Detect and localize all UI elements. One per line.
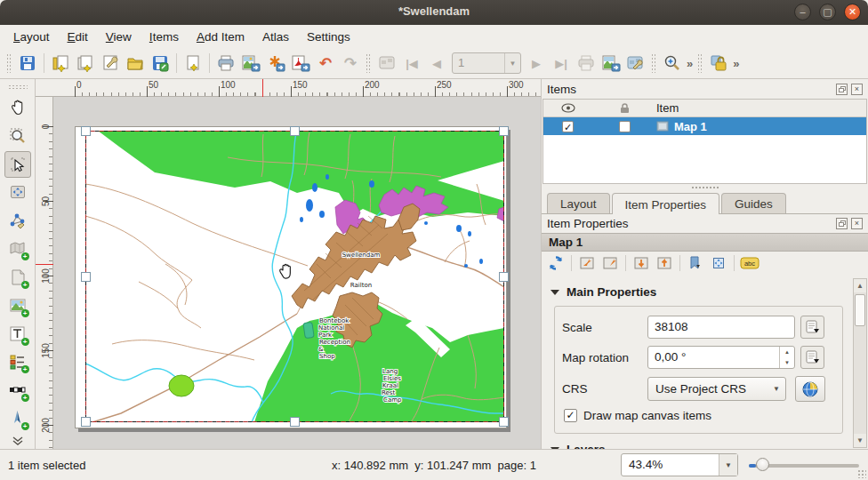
zoom-in-button[interactable]	[660, 51, 685, 76]
set-canvas-to-scale-button[interactable]	[654, 253, 675, 273]
lock-checkbox[interactable]	[619, 121, 631, 132]
crs-combo[interactable]: Use Project CRS ▼	[647, 377, 786, 401]
atlas-prev-button[interactable]: ◀	[424, 51, 449, 76]
tab-item-properties[interactable]: Item Properties	[612, 193, 720, 214]
add-picture-tool[interactable]: +	[4, 292, 31, 319]
resize-handle[interactable]	[499, 272, 509, 282]
close-panel-icon[interactable]: ×	[851, 84, 863, 95]
draw-canvas-items-row[interactable]: ✓ Draw map canvas items	[564, 409, 835, 422]
move-item-content-tool[interactable]	[4, 180, 31, 206]
toolbar-handle[interactable]	[366, 53, 372, 73]
undock-icon[interactable]	[836, 218, 848, 229]
zoom-toolbar-overflow[interactable]: »	[685, 57, 695, 70]
panel-splitter[interactable]	[542, 184, 868, 191]
menu-add-item[interactable]: Add Item	[189, 28, 253, 46]
layers-section-header[interactable]: Layers	[542, 434, 852, 449]
resize-handle[interactable]	[81, 272, 91, 282]
visibility-checkbox[interactable]: ✓	[562, 121, 574, 132]
layout-page[interactable]: Swellendam Railton Bontebok National Par…	[75, 126, 507, 428]
close-panel-icon[interactable]: ×	[851, 218, 863, 229]
interactive-extent-button[interactable]	[708, 253, 729, 273]
menu-edit[interactable]: Edit	[60, 28, 96, 46]
map-rotation-spinbox[interactable]: 0,00 ° ▲▼	[647, 346, 795, 369]
items-row-map1[interactable]: ✓ Map 1	[543, 117, 866, 135]
zoom-tool[interactable]	[4, 123, 31, 149]
add-label-tool[interactable]: +	[4, 321, 31, 348]
scroll-down-icon[interactable]: ▼	[854, 434, 866, 447]
zoom-level-combo[interactable]: 43.4% ▼	[621, 453, 738, 476]
save-button[interactable]	[15, 51, 40, 76]
refresh-button[interactable]	[545, 253, 567, 273]
lock-toolbar-overflow[interactable]: »	[731, 57, 741, 70]
save-as-template-button[interactable]	[148, 51, 173, 76]
add-scalebar-tool[interactable]: +	[4, 377, 31, 404]
toolbar-handle[interactable]	[651, 53, 657, 73]
view-extent-in-canvas-button[interactable]	[599, 253, 621, 273]
duplicate-layout-button[interactable]	[73, 51, 98, 76]
atlas-first-button[interactable]: |◀	[399, 51, 424, 76]
resize-handle[interactable]	[290, 417, 300, 427]
scale-data-defined-button[interactable]	[800, 316, 824, 339]
resize-handle[interactable]	[499, 126, 509, 136]
print-atlas-button[interactable]	[574, 51, 599, 76]
resize-grip[interactable]	[857, 469, 866, 478]
resize-handle[interactable]	[81, 417, 91, 427]
tab-guides[interactable]: Guides	[721, 193, 786, 213]
toolbar-handle[interactable]	[8, 84, 28, 90]
undock-icon[interactable]	[836, 84, 848, 95]
lock-items-button[interactable]	[706, 51, 731, 76]
main-properties-header[interactable]: Main Properties	[542, 276, 852, 304]
properties-scrollbar[interactable]: ▲ ▼	[853, 278, 867, 448]
minimize-button[interactable]: –	[794, 4, 811, 20]
export-image-button[interactable]	[238, 51, 263, 76]
map-item[interactable]: Swellendam Railton Bontebok National Par…	[85, 131, 504, 422]
more-tools-button[interactable]	[4, 434, 31, 448]
add-map-tool[interactable]: +	[4, 236, 31, 262]
new-layout-button[interactable]	[48, 51, 73, 76]
toolbar-handle[interactable]	[697, 53, 703, 73]
add-3d-map-tool[interactable]: +	[4, 264, 31, 291]
redo-button[interactable]: ↷	[338, 51, 363, 76]
export-pdf-button[interactable]	[288, 51, 313, 76]
bookmark-button[interactable]	[685, 253, 706, 273]
spin-down-icon[interactable]: ▼	[780, 357, 794, 368]
toolbar-handle[interactable]	[6, 53, 12, 73]
titlebar[interactable]: *Swellendam – ▢ ✕	[0, 0, 868, 25]
menu-atlas[interactable]: Atlas	[254, 28, 297, 46]
export-atlas-button[interactable]	[599, 51, 623, 76]
resize-handle[interactable]	[499, 417, 509, 427]
spin-up-icon[interactable]: ▲	[780, 347, 794, 357]
select-crs-button[interactable]	[795, 376, 825, 402]
atlas-next-button[interactable]: ▶	[524, 51, 549, 76]
set-scale-to-canvas-button[interactable]	[631, 253, 652, 273]
menu-settings[interactable]: Settings	[299, 28, 358, 46]
open-button[interactable]	[123, 51, 148, 76]
pan-tool[interactable]	[4, 94, 31, 121]
resize-handle[interactable]	[290, 126, 300, 136]
menu-items[interactable]: Items	[141, 28, 187, 46]
tab-layout[interactable]: Layout	[547, 193, 610, 213]
scale-input[interactable]: 38108	[647, 316, 795, 339]
close-button[interactable]: ✕	[844, 4, 861, 20]
atlas-last-button[interactable]: ▶|	[549, 51, 574, 76]
add-items-from-template-button[interactable]	[181, 51, 205, 76]
labeling-settings-button[interactable]: abc	[739, 253, 760, 273]
atlas-settings-button[interactable]	[623, 51, 648, 76]
resize-handle[interactable]	[81, 126, 91, 136]
export-svg-button[interactable]	[263, 51, 288, 76]
menu-layout[interactable]: Layout	[5, 28, 58, 46]
layout-manager-button[interactable]	[98, 51, 123, 76]
draw-canvas-items-checkbox[interactable]: ✓	[564, 409, 577, 422]
select-move-item-tool[interactable]	[4, 151, 31, 178]
scrollbar-thumb[interactable]	[855, 294, 865, 326]
print-button[interactable]	[213, 51, 238, 76]
set-extent-to-canvas-button[interactable]	[576, 253, 598, 273]
add-north-arrow-tool[interactable]: +	[4, 405, 31, 432]
edit-nodes-item-tool[interactable]	[4, 207, 31, 234]
undo-button[interactable]: ↶	[313, 51, 338, 76]
rotation-data-defined-button[interactable]	[800, 346, 824, 369]
atlas-page-combo[interactable]: 1 ▼	[452, 52, 521, 74]
maximize-button[interactable]: ▢	[819, 4, 836, 20]
add-legend-tool[interactable]: +	[4, 349, 31, 376]
preview-atlas-button[interactable]	[374, 51, 399, 76]
